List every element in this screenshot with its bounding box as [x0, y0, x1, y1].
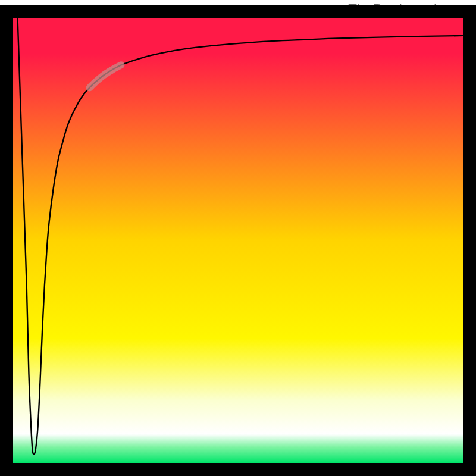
chart-container: TheBottleneck.com	[0, 0, 476, 476]
bottleneck-chart	[0, 0, 476, 476]
gradient-background	[13, 18, 463, 463]
plot-area	[7, 11, 469, 469]
